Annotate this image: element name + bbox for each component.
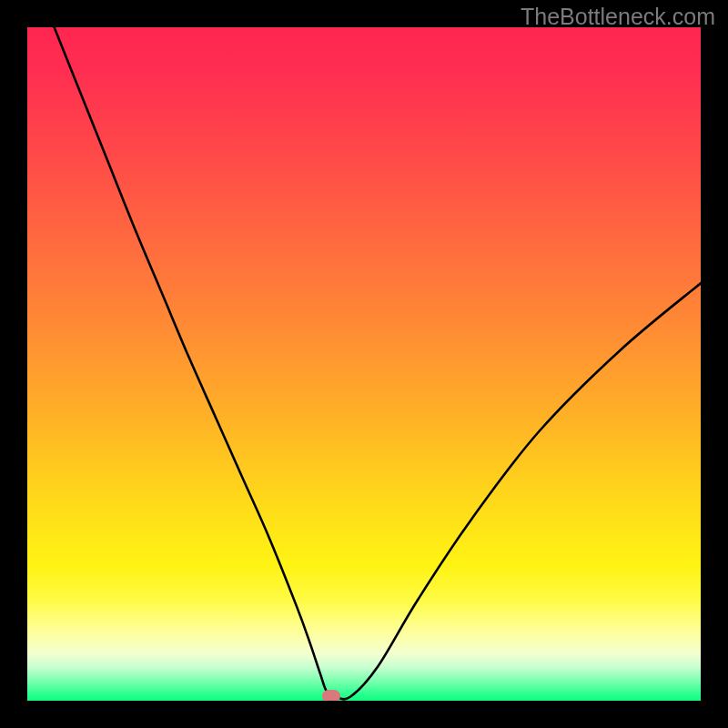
bottleneck-curve bbox=[55, 27, 701, 699]
optimum-marker bbox=[322, 690, 340, 701]
chart-frame: TheBottleneck.com bbox=[0, 0, 728, 728]
plot-area bbox=[27, 27, 701, 701]
curve-svg bbox=[27, 27, 701, 701]
watermark-text: TheBottleneck.com bbox=[521, 4, 715, 30]
